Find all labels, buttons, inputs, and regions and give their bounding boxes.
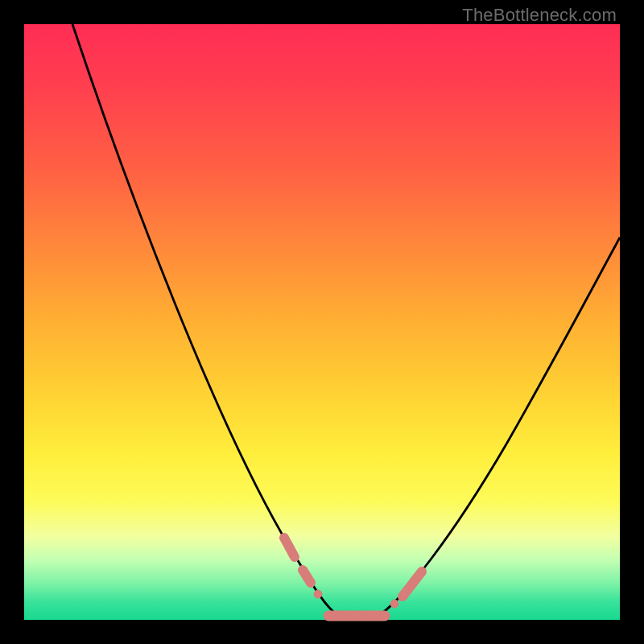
- marker-2b: [314, 590, 322, 598]
- marker-2: [303, 570, 311, 583]
- bottleneck-curve: [24, 24, 620, 620]
- curve-markers: [284, 538, 422, 616]
- curve-path: [72, 24, 620, 619]
- marker-3a: [390, 600, 398, 608]
- marker-3: [402, 572, 422, 597]
- plot-area: [24, 24, 620, 620]
- chart-stage: TheBottleneck.com: [0, 0, 644, 644]
- marker-1: [284, 538, 295, 557]
- watermark-text: TheBottleneck.com: [462, 5, 617, 26]
